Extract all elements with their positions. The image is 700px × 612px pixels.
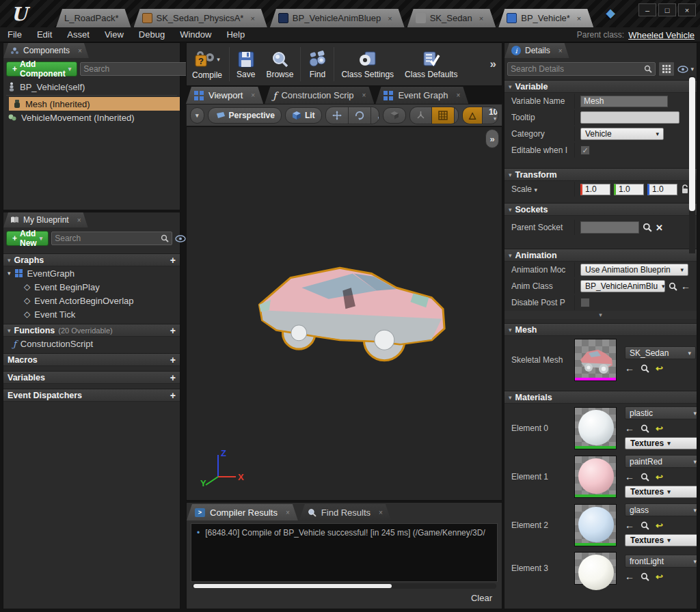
material-dropdown[interactable]: glass ▾ — [625, 503, 697, 516]
close-tab-icon[interactable]: × — [388, 14, 392, 23]
close-tab-icon[interactable]: × — [577, 14, 581, 23]
add-new-button[interactable]: + Add New ▾ — [6, 231, 49, 246]
mesh-section-header[interactable]: ▾ Mesh — [504, 323, 697, 336]
scale-y-field[interactable]: 1.0 — [614, 184, 644, 195]
use-selected-icon[interactable]: ← — [625, 363, 634, 374]
browse-to-asset-icon[interactable] — [641, 364, 649, 373]
functions-section-header[interactable]: ▾ Functions (20 Overridable) + — [3, 324, 180, 337]
materials-section-header[interactable]: ▾ Materials — [504, 391, 697, 404]
search-icon[interactable] — [643, 223, 652, 232]
doc-tab-bp-vehicle[interactable]: BP_Vehicle* × — [498, 9, 593, 27]
property-matrix-button[interactable] — [658, 61, 675, 76]
close-icon[interactable]: × — [77, 217, 81, 224]
menu-edit[interactable]: Edit — [29, 29, 59, 40]
close-icon[interactable]: × — [78, 47, 82, 55]
grid-snap-value-button[interactable]: 1 ▾ — [455, 107, 459, 124]
rotate-tool-button[interactable] — [349, 107, 371, 124]
close-icon[interactable]: × — [362, 92, 366, 99]
close-icon[interactable]: × — [251, 92, 255, 99]
details-scrollbar[interactable] — [689, 76, 695, 253]
tree-row-constructionscript[interactable]: ƒ ConstructionScript — [3, 337, 180, 350]
close-button[interactable]: × — [678, 3, 696, 16]
disable-post-checkbox[interactable] — [580, 298, 590, 307]
grid-snap-button[interactable] — [432, 107, 455, 124]
use-selected-icon[interactable]: ← — [681, 281, 690, 292]
rotation-snap-button[interactable]: △ — [463, 107, 483, 124]
animation-mode-dropdown[interactable]: Use Animation Blueprin ▾ — [580, 264, 688, 276]
graphs-section-header[interactable]: ▾ Graphs + — [3, 253, 180, 266]
material-dropdown[interactable]: plastic ▾ — [625, 406, 697, 419]
menu-help[interactable]: Help — [219, 29, 252, 40]
details-search[interactable] — [507, 62, 656, 76]
event-dispatchers-section-header[interactable]: Event Dispatchers + — [3, 389, 180, 402]
expand-arrow-icon[interactable]: ▾ — [8, 270, 11, 277]
close-icon[interactable]: × — [456, 92, 460, 99]
reset-to-default-icon[interactable]: ↩ — [656, 423, 663, 434]
add-variable-button[interactable]: + — [170, 372, 176, 383]
browse-to-asset-icon[interactable] — [641, 521, 649, 530]
browse-to-asset-icon[interactable] — [641, 473, 649, 482]
class-defaults-button[interactable]: Class Defaults — [399, 43, 463, 85]
clear-log-button[interactable]: Clear — [471, 593, 492, 603]
compiler-log[interactable]: • [6848.40] Compile of BP_Vehicle succes… — [191, 523, 498, 582]
add-event-dispatcher-button[interactable]: + — [170, 390, 176, 401]
my-blueprint-tab[interactable]: My Blueprint × — [3, 212, 88, 227]
tooltip-field[interactable] — [580, 111, 679, 124]
textures-button[interactable]: Textures ▾ — [625, 534, 697, 546]
add-graph-button[interactable]: + — [170, 255, 176, 266]
editable-checkbox[interactable]: ✓ — [580, 145, 590, 155]
viewport-options-button[interactable]: ▾ — [190, 107, 204, 124]
scale-tool-button[interactable] — [371, 107, 379, 124]
tree-row-event-actorbeginoverlap[interactable]: ◇ Event ActorBeginOverlap — [3, 294, 180, 307]
details-tab[interactable]: i Details × — [504, 43, 569, 58]
scrollbar-thumb[interactable] — [689, 77, 695, 211]
reset-to-default-icon[interactable]: ↩ — [656, 572, 663, 582]
close-tab-icon[interactable]: × — [479, 14, 483, 23]
tree-row-event-beginplay[interactable]: ◇ Event BeginPlay — [3, 280, 180, 294]
use-selected-icon[interactable]: ← — [625, 571, 634, 582]
sockets-section-header[interactable]: ▾ Sockets — [504, 203, 697, 216]
scale-x-field[interactable]: 1.0 — [580, 184, 610, 195]
tab-construction-script[interactable]: ƒ Construction Scrip × — [265, 87, 374, 104]
material-dropdown[interactable]: frontLight ▾ — [625, 555, 697, 568]
scale-label[interactable]: Scale ▾ — [511, 184, 571, 194]
use-selected-icon[interactable]: ← — [625, 471, 634, 482]
menu-asset[interactable]: Asset — [59, 29, 97, 40]
close-icon[interactable]: × — [558, 47, 563, 55]
doc-tab-sk-sedan-physics[interactable]: SK_Sedan_PhysicsA* × — [134, 9, 267, 27]
search-icon[interactable] — [669, 282, 677, 291]
add-macro-button[interactable]: + — [170, 354, 176, 365]
my-blueprint-search-input[interactable] — [55, 234, 161, 243]
use-selected-icon[interactable]: ← — [625, 423, 634, 434]
variables-section-header[interactable]: Variables + — [3, 371, 180, 384]
menu-debug[interactable]: Debug — [131, 29, 172, 40]
toolbar-overflow-button[interactable]: » — [485, 43, 502, 85]
tree-row-eventgraph[interactable]: ▾ EventGraph — [3, 266, 180, 280]
category-dropdown[interactable]: Vehicle ▾ — [580, 128, 664, 140]
compile-button[interactable]: ? ▾ Compile — [187, 43, 228, 85]
doc-tab-l-roadpack[interactable]: L_RoadPack* — [56, 9, 131, 27]
perspective-button[interactable]: Perspective — [208, 107, 282, 124]
close-icon[interactable]: × — [379, 509, 383, 516]
menu-file[interactable]: File — [0, 29, 29, 40]
material-thumbnail[interactable] — [574, 456, 617, 498]
parent-class-link[interactable]: Wheeled Vehicle — [628, 30, 695, 40]
material-thumbnail[interactable] — [574, 407, 617, 449]
textures-button[interactable]: Textures ▾ — [625, 437, 697, 449]
tab-event-graph[interactable]: Event Graph × — [375, 87, 468, 104]
skeletal-mesh-dropdown[interactable]: SK_Sedan ▾ — [625, 346, 696, 359]
browse-to-asset-icon[interactable] — [641, 424, 649, 433]
use-selected-icon[interactable]: ← — [625, 520, 634, 531]
chevron-down-icon[interactable]: ▾ — [217, 56, 220, 63]
add-component-button[interactable]: + Add Component ▾ — [6, 61, 77, 76]
my-blueprint-search[interactable] — [51, 232, 172, 245]
add-function-button[interactable]: + — [170, 325, 176, 336]
component-row-vehiclemovement[interactable]: VehicleMovement (Inherited) — [3, 111, 180, 124]
coordinate-space-button[interactable] — [383, 107, 406, 124]
close-icon[interactable]: × — [286, 509, 290, 516]
material-thumbnail[interactable] — [574, 504, 617, 546]
lit-mode-button[interactable]: Lit — [285, 107, 322, 124]
clear-socket-icon[interactable]: ✕ — [656, 223, 663, 233]
animation-section-header[interactable]: ▾ Animation — [504, 249, 697, 262]
components-search-input[interactable] — [83, 64, 189, 74]
